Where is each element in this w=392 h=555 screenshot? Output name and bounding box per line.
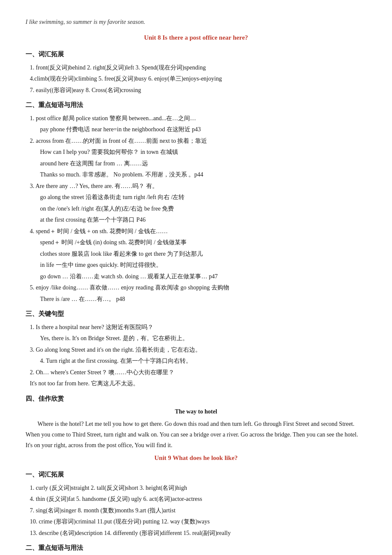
- list-item: 1. curly (反义词)straight 2. tall(反义词)short…: [30, 483, 366, 494]
- list-item: 10. crime (形容词)criminal 11.put (现在分词) pu…: [30, 517, 366, 527]
- list-item: 1. post office 邮局 police station 警察局 bet…: [30, 113, 366, 124]
- list-item: pay phone 付费电话 near here=in the neighbor…: [30, 124, 366, 135]
- list-item: at the first crossing 在第一个十字路口 P46: [30, 215, 366, 225]
- list-item: 1. front(反义词)behind 2. right(反义词)left 3.…: [30, 63, 366, 73]
- list-item: 5. enjoy /like doing…… 喜欢做…… enjoy readi…: [30, 283, 366, 293]
- list-item: go down … 沿着……走 watch sb. doing … 观看某人正在…: [30, 272, 366, 282]
- list-item: Thanks so much. 非常感谢。 No problem. 不用谢，没关…: [30, 170, 366, 180]
- list-item: 7. sing(名词)singer 8. month (复数)months 9.…: [30, 506, 366, 516]
- list-item: 4. Turn right at the first crossing. 在第一…: [30, 356, 366, 367]
- unit8-section3-heading: 三、关键句型: [26, 309, 366, 320]
- unit8-section3-content: 1. Is there a hospital near here? 这附近有医院…: [26, 322, 366, 389]
- list-item: There is /are … 在……有…。 p48: [30, 294, 366, 305]
- unit9-section1-content: 1. curly (反义词)straight 2. tall(反义词)short…: [26, 483, 366, 539]
- list-item: 4. spend＋ 时间 / 金钱 + on sth. 花费时间 / 金钱在……: [30, 226, 366, 237]
- list-item: 4. thin (反义词)fat 5. handsome (反义词) ugly …: [30, 494, 366, 505]
- list-item: 2. Oh… where's Center Street？ 噢……中心大街在哪里…: [30, 367, 366, 378]
- unit9-section1-heading: 一、词汇拓展: [26, 469, 366, 480]
- list-item: 1. Is there a hospital near here? 这附近有医院…: [30, 322, 366, 333]
- list-item: 3. Are there any …? Yes, there are. 有……吗…: [30, 181, 366, 192]
- essay-title: The way to hotel: [26, 407, 366, 417]
- unit8-section4-heading: 四、佳作欣赏: [26, 393, 366, 405]
- unit8-section1-content: 1. front(反义词)behind 2. right(反义词)left 3.…: [26, 63, 366, 96]
- list-item: 2. across from 在……的对面 in front of 在……前面 …: [30, 136, 366, 147]
- unit8-section2-content: 1. post office 邮局 police station 警察局 bet…: [26, 113, 366, 305]
- unit9-section2-heading: 二、重点短语与用法: [26, 543, 366, 554]
- unit8-title: Unit 8 Is there a post office near here?: [26, 32, 366, 43]
- unit8-section2-heading: 二、重点短语与用法: [26, 100, 366, 111]
- list-item: around here 在这周围 far from … 离……远: [30, 159, 366, 169]
- unit8-section1-heading: 一、词汇拓展: [26, 49, 366, 60]
- list-item: 7. easily((形容词)easy 8. Cross(名词)crossing: [30, 85, 366, 96]
- unit9-title: Unit 9 What does he look like?: [26, 453, 366, 464]
- list-item: go along the street 沿着这条街走 turn right /l…: [30, 192, 366, 203]
- list-item: How can I help you? 需要我如何帮你？ in town 在城镇: [30, 147, 366, 158]
- list-item: Yes, there is. It's on Bridge Street. 是的…: [30, 333, 366, 344]
- list-item: clothes store 服装店 look like 看起来像 to get …: [30, 249, 366, 260]
- essay-body: Where is the hotel? Let me tell you how …: [26, 419, 366, 451]
- list-item: 13. describe (名词)description 14. differe…: [30, 528, 366, 539]
- list-item: spend＋ 时间 /+金钱 (in) doing sth. 花费时间 / 金钱…: [30, 237, 366, 248]
- top-sentence: I like swimming, so summer is my favorit…: [26, 17, 366, 27]
- list-item: 3. Go along long Street and it's on the …: [30, 345, 366, 356]
- list-item: on the /one's left /right 在(某人的)左/右边 be …: [30, 204, 366, 214]
- list-item: It's not too far from here. 它离这儿不太远。: [30, 379, 366, 389]
- list-item: in life 一生中 time goes quickly. 时间过得很快。: [30, 260, 366, 271]
- list-item: 4.climb(现在分词)climbing 5. free(反义词)busy 6…: [30, 74, 366, 84]
